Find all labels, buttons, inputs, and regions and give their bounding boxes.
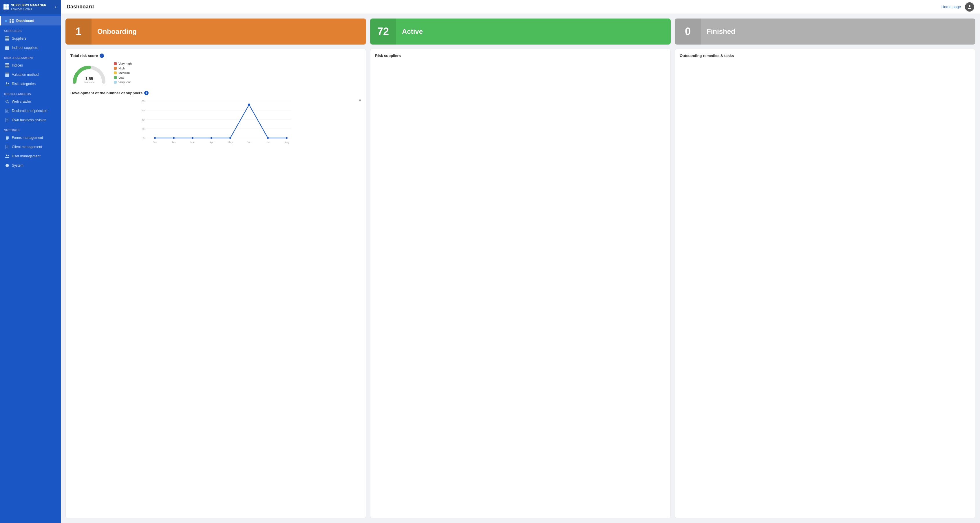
chart-menu-icon[interactable]: ≡ xyxy=(359,98,361,103)
svg-text:Jun: Jun xyxy=(247,141,251,144)
sidebar-item-indirect-suppliers[interactable]: Indirect suppliers xyxy=(0,43,61,52)
onboarding-card[interactable]: 1 Onboarding xyxy=(65,19,366,44)
svg-rect-17 xyxy=(5,74,9,74)
panel-title-development: Development of the number of suppliers i xyxy=(70,91,361,95)
legend-dot-very-high xyxy=(114,62,117,65)
finished-card[interactable]: 0 Finished xyxy=(675,19,975,44)
onboarding-count: 1 xyxy=(65,19,92,44)
svg-point-68 xyxy=(210,137,212,139)
section-label-settings: Settings xyxy=(0,125,61,133)
svg-point-22 xyxy=(6,100,8,102)
home-page-link[interactable]: Home page xyxy=(942,5,961,9)
svg-text:Jul: Jul xyxy=(266,141,270,144)
sidebar-item-label: Declaration of principle xyxy=(12,109,47,113)
supplier-development-chart: ≡ 80 60 40 20 0 xyxy=(70,98,361,513)
svg-point-71 xyxy=(267,137,269,139)
panels-row: Total risk score i 1.55 Risk score xyxy=(65,49,975,518)
sidebar-item-web-crawler[interactable]: Web crawler xyxy=(0,97,61,106)
svg-rect-6 xyxy=(5,39,9,40)
svg-rect-10 xyxy=(5,48,9,49)
svg-text:Feb: Feb xyxy=(172,141,176,144)
svg-rect-1 xyxy=(12,19,14,21)
svg-text:Risk score: Risk score xyxy=(84,81,95,84)
grid-icon xyxy=(9,19,14,23)
sidebar-item-label: Client management xyxy=(12,145,42,149)
sidebar-item-label: Web crawler xyxy=(12,100,31,103)
svg-point-42 xyxy=(969,5,970,7)
sidebar-item-label: System xyxy=(12,163,24,168)
finished-label: Finished xyxy=(701,27,975,36)
sidebar-item-users[interactable]: User management xyxy=(0,152,61,161)
svg-text:20: 20 xyxy=(142,128,145,130)
nav-active-dot xyxy=(5,20,7,22)
section-label-risk: Risk assessment xyxy=(0,52,61,61)
status-cards-row: 1 Onboarding 72 Active 0 Finished xyxy=(65,19,975,44)
sidebar-item-label: User management xyxy=(12,154,41,158)
svg-text:0: 0 xyxy=(143,137,145,140)
list-icon xyxy=(5,135,10,140)
sidebar-item-indices[interactable]: Indices xyxy=(0,61,61,70)
svg-rect-14 xyxy=(5,66,9,67)
table-icon xyxy=(5,36,10,41)
sidebar-item-declaration[interactable]: Declaration of principle xyxy=(0,106,61,116)
svg-rect-32 xyxy=(6,136,9,136)
sidebar-item-label: Own business division xyxy=(12,118,46,122)
svg-point-21 xyxy=(8,83,9,84)
line-chart-svg: 80 60 40 20 0 Jan Feb Mar Apr May Jun xyxy=(70,98,361,144)
table-icon xyxy=(5,45,10,50)
search-icon xyxy=(5,99,10,104)
sidebar-item-dashboard[interactable]: Dashboard xyxy=(0,16,61,25)
svg-rect-9 xyxy=(5,47,9,48)
svg-rect-2 xyxy=(10,21,11,23)
sidebar-item-client[interactable]: Client management xyxy=(0,142,61,152)
sidebar-item-own-business[interactable]: Own business division xyxy=(0,116,61,125)
sidebar-item-risk-categories[interactable]: Risk categories xyxy=(0,79,61,89)
svg-rect-3 xyxy=(12,21,14,23)
svg-point-67 xyxy=(192,137,194,139)
svg-line-23 xyxy=(8,102,9,103)
sidebar-item-label: Valuation method xyxy=(12,73,39,77)
svg-rect-18 xyxy=(5,75,9,76)
main-content: Dashboard Home page 1 Onboarding 72 Acti… xyxy=(61,0,980,523)
doc-icon xyxy=(5,108,10,113)
total-risk-score-panel: Total risk score i 1.55 Risk score xyxy=(65,49,366,518)
sidebar-item-valuation-method[interactable]: Valuation method xyxy=(0,70,61,79)
svg-text:60: 60 xyxy=(142,109,145,112)
svg-rect-19 xyxy=(5,76,9,77)
outstanding-remedies-panel: Outstanding remedies & tasks xyxy=(675,49,975,518)
sidebar-item-system[interactable]: System xyxy=(0,161,61,170)
legend-dot-high xyxy=(114,67,117,70)
info-icon-risk-score[interactable]: i xyxy=(100,54,104,58)
legend-high: High xyxy=(114,67,132,70)
risk-legend: Very high High Medium Low xyxy=(114,62,132,84)
legend-very-high: Very high xyxy=(114,62,132,65)
active-count: 72 xyxy=(370,19,396,44)
svg-point-69 xyxy=(229,137,231,139)
sidebar-item-suppliers[interactable]: Suppliers xyxy=(0,34,61,43)
panel-title-risk-score: Total risk score i xyxy=(70,54,361,58)
sidebar: SUPPLIERS MANAGER Lawcode GmbH ‹ Dashboa… xyxy=(0,0,61,523)
svg-text:Mar: Mar xyxy=(190,141,195,144)
content-area: 1 Onboarding 72 Active 0 Finished Total … xyxy=(61,14,980,523)
table-icon xyxy=(5,63,10,68)
app-title: SUPPLIERS MANAGER xyxy=(11,3,46,7)
svg-rect-4 xyxy=(5,36,9,37)
risk-suppliers-panel: Risk suppliers xyxy=(370,49,671,518)
page-title: Dashboard xyxy=(67,4,94,10)
active-card[interactable]: 72 Active xyxy=(370,19,671,44)
gear-icon xyxy=(5,163,10,168)
svg-text:80: 80 xyxy=(142,100,145,103)
doc-icon xyxy=(5,118,10,122)
sidebar-item-label: Suppliers xyxy=(12,36,26,41)
legend-dot-low xyxy=(114,76,117,79)
sidebar-collapse-button[interactable]: ‹ xyxy=(54,4,57,10)
svg-text:0: 0 xyxy=(73,82,75,84)
svg-rect-8 xyxy=(5,46,9,47)
sidebar-item-forms[interactable]: Forms management xyxy=(0,133,61,142)
svg-point-40 xyxy=(6,155,8,156)
user-avatar[interactable] xyxy=(965,2,974,11)
people-icon xyxy=(5,154,10,158)
info-icon-development[interactable]: i xyxy=(144,91,149,95)
app-logo-icon xyxy=(3,4,9,10)
svg-rect-11 xyxy=(5,49,9,50)
